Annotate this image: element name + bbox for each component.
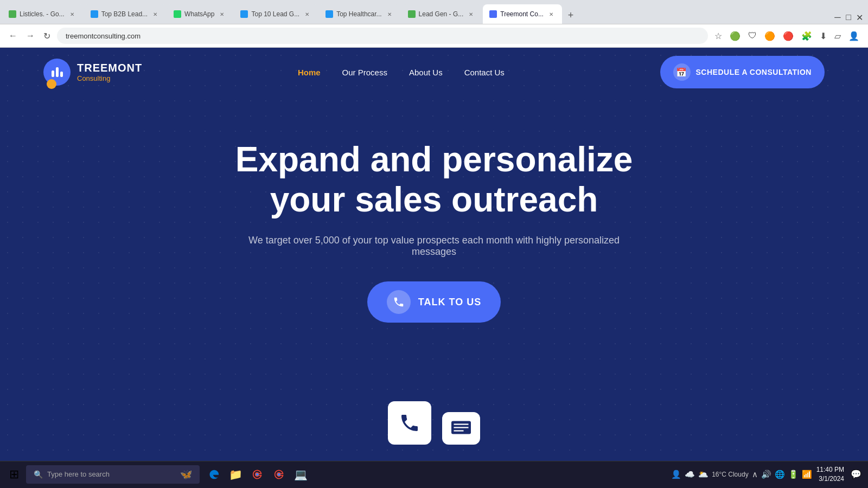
taskbar-apps: 📁 💻 xyxy=(204,465,310,484)
nav-link-home[interactable]: Home xyxy=(298,68,321,77)
up-arrow-icon[interactable]: ∧ xyxy=(752,470,758,479)
people-icon[interactable]: 👤 xyxy=(671,470,681,479)
weather-text: 16°C Cloudy xyxy=(712,471,749,478)
windows-logo-icon: ⊞ xyxy=(9,467,19,481)
download-button[interactable]: ⬇ xyxy=(818,29,829,43)
bar2 xyxy=(56,67,59,77)
wifi-icon[interactable]: 📶 xyxy=(802,470,812,479)
logo[interactable]: TREEMONT Consulting xyxy=(43,59,142,86)
tab-label: Treemont Co... xyxy=(500,10,544,18)
logo-name: TREEMONT xyxy=(77,61,142,74)
extension-icon-3[interactable]: 🟠 xyxy=(762,29,777,43)
bottom-teaser xyxy=(388,401,480,445)
logo-icon xyxy=(43,59,71,86)
tab-close-btn[interactable]: ✕ xyxy=(151,10,159,18)
tab-label: WhatsApp xyxy=(184,10,214,18)
nav-link-process[interactable]: Our Process xyxy=(342,68,387,77)
tab-label: Listicles. - Go... xyxy=(20,10,65,18)
tab-close-btn[interactable]: ✕ xyxy=(303,10,311,18)
back-button[interactable]: ← xyxy=(7,29,20,43)
tab-favicon xyxy=(408,10,416,18)
tab-close-btn[interactable]: ✕ xyxy=(467,10,475,18)
tab-close-btn[interactable]: ✕ xyxy=(385,10,394,18)
schedule-btn-label: SCHEDULE A CONSULTATION xyxy=(696,68,812,76)
message-card xyxy=(442,412,480,445)
talk-to-us-button[interactable]: TALK TO US xyxy=(367,281,501,323)
clock-time: 11:40 PM xyxy=(816,465,844,474)
phone-icon xyxy=(387,290,411,314)
hero-title-line1: Expand and personalize xyxy=(235,140,633,179)
extension-icon-1[interactable]: 🟢 xyxy=(727,29,743,43)
tab-top-b2b[interactable]: Top B2B Lead... ✕ xyxy=(84,4,166,24)
tab-listicles[interactable]: Listicles. - Go... ✕ xyxy=(2,4,83,24)
network-icon[interactable]: 🌐 xyxy=(775,470,785,479)
tab-favicon xyxy=(174,10,181,18)
butterfly-icon: 🦋 xyxy=(180,468,192,480)
reload-button[interactable]: ↻ xyxy=(41,29,53,43)
hero-title-line2: your sales outreach xyxy=(270,180,598,219)
hero-title: Expand and personalize your sales outrea… xyxy=(235,140,633,220)
taskbar-app-other[interactable]: 💻 xyxy=(291,465,310,484)
phone-card xyxy=(388,401,431,445)
tab-favicon xyxy=(326,10,333,18)
taskbar-app-chrome2[interactable] xyxy=(269,465,289,484)
system-icons: 👤 ☁️ 🌥️ 16°C Cloudy ∧ 🔊 🌐 🔋 📶 xyxy=(671,470,812,479)
website-content: TREEMONT Consulting Home Our Process Abo… xyxy=(0,48,868,461)
tab-whatsapp[interactable]: WhatsApp ✕ xyxy=(167,4,233,24)
schedule-consultation-button[interactable]: 📅 SCHEDULE A CONSULTATION xyxy=(660,56,825,88)
logo-subtitle: Consulting xyxy=(77,74,142,83)
cloud-icon[interactable]: ☁️ xyxy=(685,470,695,479)
extension-icon-4[interactable]: 🔴 xyxy=(781,29,796,43)
start-button[interactable]: ⊞ xyxy=(4,465,24,484)
logo-bars xyxy=(52,67,63,77)
tab-label: Top Healthcar... xyxy=(336,10,381,18)
tab-lead-gen[interactable]: Lead Gen - G... ✕ xyxy=(401,4,482,24)
address-bar-row: ← → ↻ ☆ 🟢 🛡 🟠 🔴 🧩 ⬇ ▱ 👤 xyxy=(0,24,868,48)
clock-date: 3/1/2024 xyxy=(816,474,844,484)
battery-icon[interactable]: 🔋 xyxy=(788,470,799,479)
logo-text: TREEMONT Consulting xyxy=(77,61,142,83)
address-bar-icons: ☆ 🟢 🛡 🟠 🔴 🧩 ⬇ ▱ 👤 xyxy=(712,29,861,43)
profile-button[interactable]: 👤 xyxy=(846,29,861,43)
maximize-button[interactable]: □ xyxy=(844,13,853,22)
calendar-icon: 📅 xyxy=(673,63,691,81)
bookmark-button[interactable]: ☆ xyxy=(712,29,724,43)
minimize-button[interactable]: ─ xyxy=(833,13,842,22)
tab-top10[interactable]: Top 10 Lead G... ✕ xyxy=(234,4,318,24)
navbar: TREEMONT Consulting Home Our Process Abo… xyxy=(0,48,868,97)
extensions-button[interactable]: 🧩 xyxy=(799,29,814,43)
tab-label: Top 10 Lead G... xyxy=(251,10,299,18)
taskbar-app-edge[interactable] xyxy=(204,465,224,484)
tab-bar: Listicles. - Go... ✕ Top B2B Lead... ✕ W… xyxy=(0,0,868,24)
nav-link-contact[interactable]: Contact Us xyxy=(464,68,505,77)
notification-button[interactable]: 💬 xyxy=(848,467,864,482)
taskbar-search-box[interactable]: 🔍 Type here to search 🦋 xyxy=(26,465,200,484)
split-screen-button[interactable]: ▱ xyxy=(832,29,843,43)
tab-favicon xyxy=(9,10,16,18)
tab-label: Top B2B Lead... xyxy=(101,10,148,18)
nav-links: Home Our Process About Us Contact Us xyxy=(298,68,505,77)
tab-close-btn[interactable]: ✕ xyxy=(68,10,76,18)
search-icon: 🔍 xyxy=(34,470,43,479)
tab-close-btn[interactable]: ✕ xyxy=(218,10,226,18)
taskbar-app-chrome1[interactable] xyxy=(247,465,267,484)
tab-top-healthcare[interactable]: Top Healthcar... ✕ xyxy=(319,4,400,24)
speaker-icon[interactable]: 🔊 xyxy=(761,470,771,479)
taskbar-app-explorer[interactable]: 📁 xyxy=(226,465,245,484)
close-button[interactable]: ✕ xyxy=(855,13,864,22)
hero-section: Expand and personalize your sales outrea… xyxy=(0,97,868,323)
taskbar-right: 👤 ☁️ 🌥️ 16°C Cloudy ∧ 🔊 🌐 🔋 📶 11:40 PM 3… xyxy=(671,465,864,484)
address-input[interactable] xyxy=(57,28,708,44)
system-clock[interactable]: 11:40 PM 3/1/2024 xyxy=(816,465,844,484)
new-tab-button[interactable]: + xyxy=(563,8,578,23)
extension-icon-2[interactable]: 🛡 xyxy=(746,29,759,43)
forward-button[interactable]: → xyxy=(24,29,37,43)
tab-treemont[interactable]: Treemont Co... ✕ xyxy=(483,4,562,24)
window-controls: ─ □ ✕ xyxy=(833,13,868,22)
bar1 xyxy=(52,70,54,77)
nav-link-about[interactable]: About Us xyxy=(409,68,443,77)
tab-close-btn[interactable]: ✕ xyxy=(547,10,556,18)
tab-label: Lead Gen - G... xyxy=(419,10,464,18)
weather-icon[interactable]: 🌥️ xyxy=(698,470,709,479)
bar3 xyxy=(60,72,63,77)
